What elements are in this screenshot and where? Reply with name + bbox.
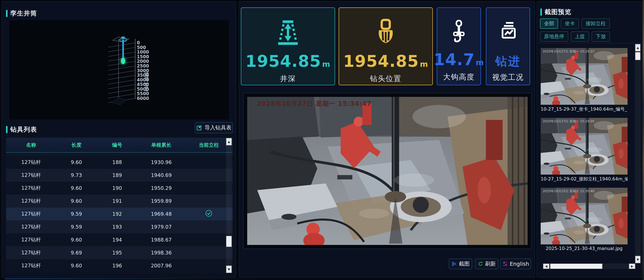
table-row[interactable]: 127钻杆9.691951998.36 [6,246,232,259]
table-cell: 1979.07 [138,224,185,230]
hook-icon [449,17,469,46]
table-scroll-down-button[interactable]: ▼ [226,265,232,273]
md-tick-label: 0 [137,40,140,45]
language-button[interactable]: English [500,258,531,269]
md-tick-label: 1000 [137,50,149,55]
table-scrollbar[interactable] [226,138,232,273]
table-cell: 127钻杆 [6,185,56,191]
table-row[interactable]: 127钻杆9.731891940.69 [6,169,232,182]
visual-condition-label: 视觉工况 [492,72,524,82]
filter-separator [537,43,642,43]
preview-scroll-up-button[interactable]: ▲ [635,44,640,51]
live-video-frame[interactable]: 2025年10月27日 星期一 15:34:47 [247,97,528,245]
thumbnail-timestamp-overlay: 2025年10月25日 星期六 21:30:40 [543,189,594,193]
thumbnail-caption: 10-27_15-29-02_接卸立柱_1940.64m_编号 [541,176,628,182]
refresh-button[interactable]: 刷新 [475,258,498,269]
table-row[interactable]: 127钻杆9.601901950.29 [6,182,232,195]
table-cell: 1969.48 [138,211,185,217]
filter-button-下放[interactable]: 下放 [592,31,610,42]
check-circle-icon [205,209,213,217]
table-scroll-up-button[interactable]: ▲ [226,138,232,145]
table-cell: 1988.67 [138,237,185,243]
cropped-edge-sliver [643,0,644,280]
screenshot-thumbnail[interactable]: 2025年10月27日 星期一 15:29:3710-27_15-29-37_坐… [541,48,628,112]
preview-scroll-down-button[interactable]: ▼ [635,256,640,263]
table-row[interactable]: 127钻杆9.601881930.96 [6,156,232,169]
table-cell: 127钻杆 [6,262,56,269]
table-cell: 194 [97,237,138,243]
table-column-header: 当前立柱 [185,142,233,149]
table-cell: 195 [97,250,138,256]
table-cell: 9.73 [56,172,97,178]
thumbnail-timestamp-overlay: 2025年10月27日 星期一 15:29:05 [543,119,594,124]
filter-button-接卸立柱[interactable]: 接卸立柱 [582,19,610,29]
filter-button-全部[interactable]: 全部 [540,19,558,29]
translate-icon [502,261,508,267]
table-cell: 127钻杆 [6,159,56,166]
refresh-icon [478,261,483,267]
table-row[interactable]: 127钻杆9.601911959.89 [6,195,232,207]
filter-button-原地悬停[interactable]: 原地悬停 [540,31,568,42]
drill-tools-table: 名称长度编号单根累长当前立柱 127钻杆9.601871921.36127钻杆9… [6,138,233,273]
preview-vertical-scrollbar[interactable] [635,44,640,263]
well-depth-value: 1954.85 [245,52,321,71]
preview-horizontal-scrollbar-thumb[interactable] [550,263,602,269]
table-row[interactable]: 127钻杆9.591931979.07 [6,220,232,233]
drill-bit-icon [372,17,400,48]
table-row[interactable]: 127钻杆9.601941988.67 [6,233,232,246]
drilling-dashboard: 孪生井筒 05001000150020002500300035004000450… [0,0,644,280]
bit-position-card[interactable]: 1954.85m 钻头位置 [338,8,433,85]
md-tick-label: 5500 [137,91,149,96]
hook-height-unit: m [476,58,484,67]
tools-title-label: 钻具列表 [10,125,37,134]
screenshot-preview-panel: 截图预览 全部坐卡接卸立柱原地悬停上提下放 2025年10月27日 星期一 15… [537,1,642,277]
table-row[interactable]: 127钻杆9.601871921.36 [6,153,232,156]
table-cell: 127钻杆 [6,249,56,256]
table-body[interactable]: 127钻杆9.601871921.36127钻杆9.601881930.9612… [6,153,232,273]
md-tick-label: 6000 [137,96,149,101]
wellbore-title-label: 孪生井筒 [10,9,37,18]
table-cell: 1959.89 [138,198,185,204]
table-cell: 196 [97,263,138,268]
thumbnail-caption: 10-27_15-29-37_坐卡_1940.64m_编号_1 [541,106,628,112]
visual-condition-card[interactable]: 钻进 视觉工况 [486,8,530,85]
filter-button-上提[interactable]: 上提 [571,31,589,42]
title-accent-bar [6,126,8,133]
table-cell: 2007.96 [138,263,185,268]
table-cell: 189 [97,172,138,178]
table-cell: 127钻杆 [6,236,56,243]
current-stand-cell [185,209,233,218]
table-column-header: 编号 [97,142,138,149]
wellbore-3d-chart[interactable]: 0500100015002000250030003500400045005000… [10,20,229,120]
screenshot-thumbnail-list: 2025年10月27日 星期一 15:29:3710-27_15-29-37_坐… [541,48,628,257]
thumbnail-image [541,188,628,244]
thumbnail-image [541,48,628,105]
table-row[interactable]: 127钻杆9.601962007.96 [6,259,232,272]
preview-scroll-right-button[interactable]: ▶ [629,263,635,269]
drill-bit-marker [121,58,125,64]
table-scrollbar-thumb[interactable] [226,236,232,247]
refresh-button-label: 刷新 [485,260,496,267]
table-cell: 127钻杆 [6,198,56,204]
preview-scroll-left-button[interactable]: ◀ [543,263,550,269]
screenshot-thumbnail[interactable]: 2025年10月27日 星期一 15:29:0510-27_15-29-02_接… [541,118,628,182]
table-row[interactable]: 127钻杆9.591921969.48 [6,207,232,220]
hook-height-card[interactable]: 14.7m 大钩高度 [437,8,481,85]
table-column-header: 名称 [6,142,56,149]
table-column-header: 单根累长 [138,142,185,149]
preview-vertical-scrollbar-thumb[interactable] [635,52,640,60]
filter-button-坐卡[interactable]: 坐卡 [561,19,579,29]
language-button-label: English [510,261,529,267]
well-depth-card[interactable]: 1954.85m 井深 [241,8,335,85]
table-cell: 9.60 [56,185,97,191]
screenshot-button[interactable]: 截图 [449,258,472,269]
md-tick-label: 1500 [137,54,149,59]
table-cell: 9.69 [56,250,97,256]
table-cell: 190 [97,185,138,191]
screenshot-thumbnail[interactable]: 2025年10月25日 星期六 21:30:402025-10-25_21-30… [541,188,628,251]
import-tools-button[interactable]: 导入钻具表 [195,122,233,133]
md-tick-label: 2500 [137,64,149,69]
table-header-row: 名称长度编号单根累长当前立柱 [6,138,232,153]
wellbore-bottom-face [112,98,127,105]
preview-title-label: 截图预览 [544,8,572,16]
